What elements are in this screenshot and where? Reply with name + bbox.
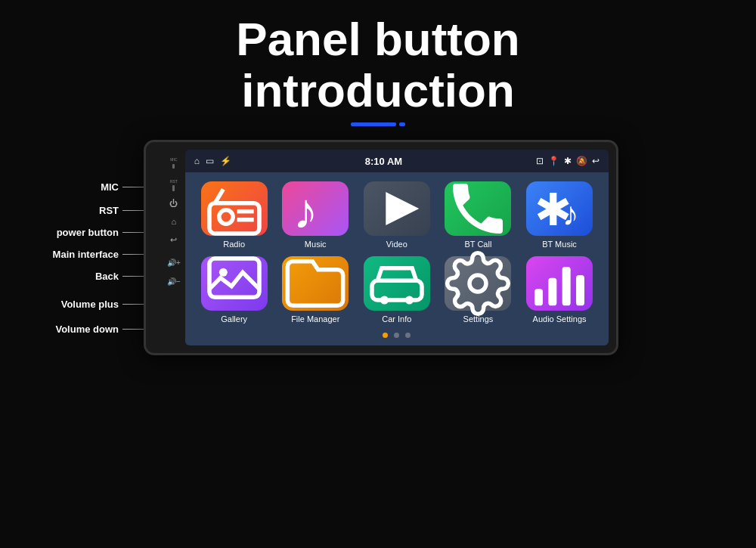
status-bar-right: ⊡ 📍 ✱ 🔕 ↩ bbox=[536, 156, 600, 166]
app-filemgr[interactable]: File Manager bbox=[278, 256, 352, 324]
title-line1: Panel button bbox=[0, 14, 756, 65]
svg-text:♪: ♪ bbox=[293, 183, 318, 239]
app-label-radio: Radio bbox=[223, 240, 245, 249]
label-mic: MIC bbox=[101, 181, 144, 193]
dot-2 bbox=[394, 333, 399, 338]
label-back-text: Back bbox=[95, 271, 119, 282]
svg-point-12 bbox=[380, 296, 389, 305]
labels-panel: MIC RST power button Main interface Back… bbox=[0, 147, 144, 335]
label-vol-plus-text: Volume plus bbox=[61, 299, 119, 310]
app-icon-btcall bbox=[445, 181, 511, 236]
accent-rect bbox=[351, 122, 396, 126]
label-vol-down-text: Volume down bbox=[55, 324, 119, 335]
home-status-icon: ⌂ bbox=[194, 156, 200, 166]
app-icon-carinfo bbox=[364, 256, 430, 311]
svg-rect-17 bbox=[562, 267, 571, 305]
app-grid: Radio♪MusicVideoBT Call✱♪BT MusicGallery… bbox=[185, 172, 609, 333]
app-label-audset: Audio Settings bbox=[533, 314, 587, 324]
page-title: Panel button introduction bbox=[0, 0, 756, 116]
rst-btn[interactable] bbox=[172, 185, 175, 191]
svg-rect-11 bbox=[372, 281, 422, 301]
status-time: 8:10 AM bbox=[365, 156, 402, 167]
main-area: MIC RST power button Main interface Back… bbox=[0, 140, 756, 355]
svg-rect-9 bbox=[209, 259, 259, 297]
dot-1 bbox=[383, 333, 388, 338]
page-dots bbox=[185, 333, 609, 345]
label-vol-down: Volume down bbox=[55, 324, 144, 335]
svg-rect-16 bbox=[548, 278, 556, 306]
mute-icon: 🔕 bbox=[576, 156, 587, 166]
accent-line bbox=[0, 122, 756, 126]
vol-down-icon[interactable]: 🔊− bbox=[167, 277, 181, 286]
vol-up-icon[interactable]: 🔊+ bbox=[167, 259, 181, 267]
svg-point-14 bbox=[469, 275, 486, 292]
app-gallery[interactable]: Gallery bbox=[197, 256, 271, 324]
svg-text:♪: ♪ bbox=[562, 195, 579, 232]
title-line2: introduction bbox=[0, 65, 756, 116]
app-audset[interactable]: Audio Settings bbox=[522, 256, 596, 324]
app-icon-radio bbox=[201, 181, 268, 236]
home-icon[interactable]: ⌂ bbox=[172, 217, 177, 226]
accent-dot bbox=[399, 122, 405, 126]
app-label-filemgr: File Manager bbox=[291, 314, 339, 324]
label-power-text: power button bbox=[57, 227, 119, 238]
label-main: Main interface bbox=[53, 249, 144, 260]
label-rst-text: RST bbox=[99, 205, 119, 216]
app-label-btcall: BT Call bbox=[465, 240, 492, 249]
label-power: power button bbox=[57, 227, 144, 238]
side-rst-label: RST bbox=[170, 179, 178, 184]
svg-point-10 bbox=[218, 268, 227, 277]
svg-point-1 bbox=[218, 210, 232, 224]
app-video[interactable]: Video bbox=[360, 181, 434, 249]
app-icon-video bbox=[364, 181, 430, 236]
screen: ⌂ ▭ ⚡ 8:10 AM ⊡ 📍 ✱ 🔕 ↩ Radio♪MusicVideo… bbox=[185, 150, 609, 345]
app-music[interactable]: ♪Music bbox=[278, 181, 352, 249]
label-mic-text: MIC bbox=[101, 181, 119, 193]
location-icon: 📍 bbox=[548, 156, 559, 166]
app-icon-gallery bbox=[201, 256, 268, 311]
svg-line-4 bbox=[215, 190, 223, 203]
app-btcall[interactable]: BT Call bbox=[442, 181, 516, 249]
bluetooth-icon: ✱ bbox=[564, 156, 572, 166]
label-vol-plus: Volume plus bbox=[61, 299, 144, 310]
svg-marker-6 bbox=[386, 192, 419, 225]
device: MIC RST ⏻ ⌂ ↩ 🔊+ 🔊− ⌂ ▭ ⚡ bbox=[144, 140, 618, 355]
svg-point-13 bbox=[405, 296, 414, 305]
usb-status-icon: ⚡ bbox=[220, 156, 231, 166]
app-label-gallery: Gallery bbox=[221, 314, 247, 324]
power-icon[interactable]: ⏻ bbox=[169, 199, 178, 208]
app-radio[interactable]: Radio bbox=[197, 181, 271, 249]
status-bar-left: ⌂ ▭ ⚡ bbox=[194, 156, 231, 166]
app-carinfo[interactable]: Car Info bbox=[360, 256, 434, 324]
label-main-text: Main interface bbox=[53, 249, 119, 260]
app-icon-music: ♪ bbox=[282, 181, 349, 236]
app-settings[interactable]: Settings bbox=[442, 256, 516, 324]
svg-rect-15 bbox=[534, 289, 543, 306]
app-icon-filemgr bbox=[282, 256, 349, 311]
label-back: Back bbox=[95, 271, 144, 282]
side-buttons-strip: MIC RST ⏻ ⌂ ↩ 🔊+ 🔊− bbox=[167, 150, 181, 345]
dot-3 bbox=[405, 333, 411, 338]
app-icon-audset bbox=[526, 256, 593, 311]
side-mic-label: MIC bbox=[170, 157, 177, 162]
label-rst: RST bbox=[99, 205, 144, 216]
back-icon[interactable]: ↩ bbox=[170, 235, 177, 245]
svg-rect-18 bbox=[576, 275, 584, 305]
cast-icon: ⊡ bbox=[536, 156, 544, 166]
app-label-music: Music bbox=[305, 240, 327, 249]
app-label-video: Video bbox=[386, 240, 407, 249]
app-label-carinfo: Car Info bbox=[382, 314, 411, 324]
app-btmusic[interactable]: ✱♪BT Music bbox=[522, 181, 596, 249]
app-label-settings: Settings bbox=[463, 314, 494, 324]
window-status-icon: ▭ bbox=[206, 156, 214, 166]
mic-slot bbox=[172, 164, 175, 169]
app-label-btmusic: BT Music bbox=[542, 240, 577, 249]
app-icon-settings bbox=[445, 256, 511, 311]
labels-list: MIC RST power button Main interface Back… bbox=[0, 181, 144, 335]
back-status-icon: ↩ bbox=[592, 156, 600, 166]
app-icon-btmusic: ✱♪ bbox=[526, 181, 593, 236]
status-bar: ⌂ ▭ ⚡ 8:10 AM ⊡ 📍 ✱ 🔕 ↩ bbox=[185, 150, 609, 172]
